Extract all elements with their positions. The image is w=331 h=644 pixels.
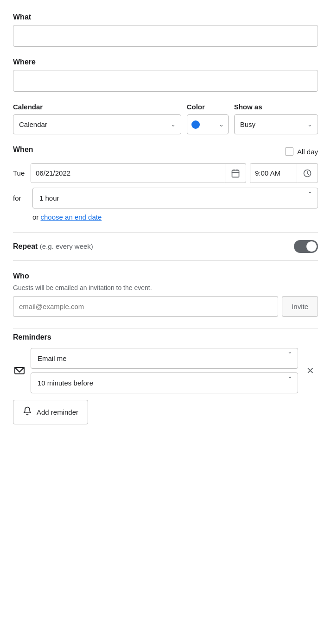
calendar-col: Calendar Calendar Other Calendar ⌄ <box>13 103 181 134</box>
show-as-select[interactable]: Busy Free <box>234 114 318 134</box>
repeat-row: Repeat (e.g. every week) ✕ <box>13 232 318 261</box>
email-reminder-icon <box>13 366 26 376</box>
envelope-icon <box>14 366 25 376</box>
reminders-label: Reminders <box>13 328 318 341</box>
time-input-wrapper <box>250 163 318 183</box>
show-as-col: Show as Busy Free ⌄ <box>234 103 318 134</box>
invite-row: Invite <box>13 296 318 317</box>
bell-svg <box>23 406 32 416</box>
when-label: When <box>13 145 33 154</box>
invite-button[interactable]: Invite <box>282 296 318 317</box>
calendar-select[interactable]: Calendar Other Calendar <box>13 114 181 134</box>
for-row: for 30 minutes 1 hour 2 hours All day ⌄ <box>13 188 318 208</box>
when-section: When All day Tue <box>13 145 318 221</box>
calendar-icon <box>231 169 240 178</box>
repeat-toggle[interactable]: ✕ <box>294 240 318 253</box>
for-label: for <box>13 194 27 202</box>
reminder-selects: Email me Notification ⌄ 5 minutes before… <box>31 348 298 393</box>
reminder-item: Email me Notification ⌄ 5 minutes before… <box>13 348 318 393</box>
calendar-picker-button[interactable] <box>225 164 246 183</box>
show-as-select-wrapper: Busy Free ⌄ <box>234 114 318 134</box>
time-input[interactable] <box>250 164 297 183</box>
repeat-strong: Repeat <box>13 242 38 250</box>
reminders-section: Reminders Email me Notification ⌄ 5 minu… <box>13 328 318 424</box>
who-description: Guests will be emailed an invitation to … <box>13 284 318 291</box>
where-section: Where <box>13 58 318 92</box>
clock-icon <box>303 169 312 178</box>
when-header: When All day <box>13 145 318 158</box>
color-col: Color ⌄ <box>187 103 229 134</box>
add-reminder-label: Add reminder <box>37 408 78 416</box>
repeat-label: Repeat (e.g. every week) <box>13 242 93 251</box>
where-label: Where <box>13 58 318 66</box>
end-date-link[interactable]: choose an end date <box>41 213 102 221</box>
all-day-wrapper: All day <box>285 147 318 156</box>
what-section: What <box>13 13 318 47</box>
calendar-color-showas-section: Calendar Calendar Other Calendar ⌄ Color… <box>13 103 318 134</box>
reminder-close-button[interactable]: ✕ <box>303 363 318 378</box>
calendar-select-wrapper: Calendar Other Calendar ⌄ <box>13 114 181 134</box>
color-label: Color <box>187 103 229 111</box>
svg-rect-0 <box>232 170 239 177</box>
end-date-row: or choose an end date <box>32 213 318 221</box>
or-label: or <box>32 213 38 221</box>
where-input[interactable] <box>13 70 318 92</box>
reminder-type-select[interactable]: Email me Notification <box>31 348 298 369</box>
bell-icon <box>23 406 32 418</box>
add-reminder-wrapper: Add reminder <box>13 400 318 424</box>
reminder-timing-wrapper: 5 minutes before 10 minutes before 15 mi… <box>31 373 298 393</box>
all-day-checkbox[interactable] <box>285 147 293 156</box>
what-input[interactable] <box>13 25 318 47</box>
all-day-label: All day <box>297 148 318 156</box>
reminder-type-wrapper: Email me Notification ⌄ <box>31 348 298 369</box>
when-date-row: Tue <box>13 163 318 183</box>
color-select[interactable] <box>187 114 229 134</box>
repeat-eg: (e.g. every week) <box>40 242 93 250</box>
calendar-label: Calendar <box>13 103 181 111</box>
duration-select-wrapper: 30 minutes 1 hour 2 hours All day ⌄ <box>32 188 318 208</box>
reminder-timing-select[interactable]: 5 minutes before 10 minutes before 15 mi… <box>31 373 298 393</box>
show-as-label: Show as <box>234 103 318 111</box>
date-input[interactable] <box>31 164 225 183</box>
who-label: Who <box>13 272 318 280</box>
date-input-wrapper <box>31 163 246 183</box>
toggle-circle <box>306 241 317 252</box>
who-section: Who Guests will be emailed an invitation… <box>13 272 318 317</box>
duration-select[interactable]: 30 minutes 1 hour 2 hours All day <box>32 188 318 208</box>
email-input[interactable] <box>13 296 278 317</box>
color-select-wrapper: ⌄ <box>187 114 229 134</box>
what-label: What <box>13 13 318 21</box>
time-picker-button[interactable] <box>297 164 318 183</box>
add-reminder-button[interactable]: Add reminder <box>13 400 88 424</box>
day-label: Tue <box>13 169 27 177</box>
